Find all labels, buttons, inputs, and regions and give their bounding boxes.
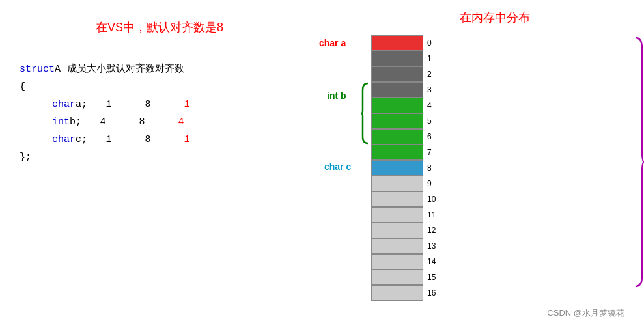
struct-header-row: struct A 成员大小 默认对齐数 对齐数: [20, 61, 300, 78]
mem-index-9: 9: [427, 179, 443, 188]
mem-cell-8: [371, 160, 423, 176]
mem-index-0: 0: [427, 38, 443, 48]
mem-cell-5: [371, 113, 423, 129]
brace-struct-a-svg: [634, 35, 644, 289]
mem-index-2: 2: [427, 70, 443, 79]
mem-row-2: 2: [371, 66, 631, 82]
mem-cell-4: [371, 98, 423, 113]
mem-index-1: 1: [427, 54, 443, 63]
mem-cell-2: [371, 66, 423, 82]
member-name-2: c;: [76, 131, 87, 148]
mem-index-10: 10: [427, 195, 443, 204]
brace-open-line: {: [20, 78, 300, 96]
member-name-1: b;: [70, 113, 81, 131]
mem-row-0: 0: [371, 35, 631, 51]
mem-index-14: 14: [427, 257, 443, 266]
csdn-watermark: CSDN @水月梦镜花: [547, 307, 624, 319]
title-memory: 在内存中分布: [358, 10, 631, 25]
mem-index-6: 6: [427, 132, 443, 141]
mem-cell-11: [371, 207, 423, 223]
mem-index-13: 13: [427, 242, 443, 251]
mem-row-5: 5: [371, 113, 631, 129]
brace-int-b-svg: [361, 82, 369, 145]
brace-open: {: [20, 78, 25, 96]
mem-cell-1: [371, 51, 423, 66]
mem-row-3: 3: [371, 82, 631, 98]
brace-close: };: [20, 148, 31, 166]
header-align: 对齐数: [155, 61, 184, 78]
brace-close-line: };: [20, 148, 300, 166]
mem-index-8: 8: [427, 163, 443, 173]
label-char-a: char a: [319, 38, 346, 48]
member-align-2: 1: [171, 131, 203, 148]
mem-cell-3: [371, 82, 423, 98]
mem-index-3: 3: [427, 85, 443, 94]
mem-row-10: 10: [371, 191, 631, 207]
mem-row-8: 8: [371, 160, 631, 176]
mem-row-6: 6: [371, 129, 631, 145]
struct-keyword: struct: [20, 61, 55, 78]
title-vs: 在VS中，默认对齐数是8: [20, 20, 300, 35]
mem-index-15: 15: [427, 273, 443, 282]
mem-cell-9: [371, 176, 423, 191]
memory-grid: 012345678910111213141516: [371, 35, 631, 301]
mem-row-13: 13: [371, 238, 631, 254]
mem-row-1: 1: [371, 51, 631, 66]
struct-name: A: [55, 61, 61, 78]
mem-row-4: 4: [371, 98, 631, 113]
mem-cell-0: [371, 35, 423, 51]
member-default-1: 8: [119, 113, 165, 131]
mem-index-11: 11: [427, 210, 443, 219]
mem-cell-15: [371, 270, 423, 285]
member-default-0: 8: [125, 96, 171, 113]
header-member-size: 成员大小: [67, 61, 106, 78]
member-size-0: 1: [92, 96, 125, 113]
member-size-2: 1: [92, 131, 125, 148]
mem-row-12: 12: [371, 223, 631, 238]
member-type-0: char: [52, 96, 76, 113]
mem-cell-7: [371, 145, 423, 160]
mem-index-16: 16: [427, 288, 443, 297]
mem-index-7: 7: [427, 148, 443, 157]
member-align-1: 4: [165, 113, 197, 131]
member-default-2: 8: [125, 131, 171, 148]
member-align-0: 1: [171, 96, 203, 113]
member-type-2: char: [52, 131, 76, 148]
right-panel: 在内存中分布 char a int b char c struct A 0123…: [319, 0, 644, 332]
member-row-2: char c; 1 8 1: [52, 131, 300, 148]
mem-row-11: 11: [371, 207, 631, 223]
mem-cell-10: [371, 191, 423, 207]
mem-cell-14: [371, 254, 423, 270]
member-name-0: a;: [76, 96, 87, 113]
member-size-1: 4: [87, 113, 119, 131]
mem-row-16: 16: [371, 285, 631, 301]
left-panel: 在VS中，默认对齐数是8 struct A 成员大小 默认对齐数 对齐数 { c…: [0, 0, 319, 332]
header-default-align: 默认对齐数: [106, 61, 155, 78]
mem-row-15: 15: [371, 270, 631, 285]
member-type-1: int: [52, 113, 70, 131]
mem-index-12: 12: [427, 226, 443, 235]
mem-cell-16: [371, 285, 423, 301]
memory-area: char a int b char c struct A 01234567891…: [371, 35, 631, 301]
member-row-0: char a; 1 8 1: [52, 96, 300, 113]
mem-index-4: 4: [427, 101, 443, 110]
struct-block: struct A 成员大小 默认对齐数 对齐数 { char a; 1 8 1 …: [20, 61, 300, 166]
mem-cell-13: [371, 238, 423, 254]
mem-cell-6: [371, 129, 423, 145]
mem-cell-12: [371, 223, 423, 238]
mem-index-5: 5: [427, 117, 443, 126]
label-char-c: char c: [324, 161, 351, 172]
mem-row-9: 9: [371, 176, 631, 191]
mem-row-14: 14: [371, 254, 631, 270]
mem-row-7: 7: [371, 145, 631, 160]
member-row-1: int b; 4 8 4: [52, 113, 300, 131]
label-int-b: int b: [327, 90, 346, 101]
